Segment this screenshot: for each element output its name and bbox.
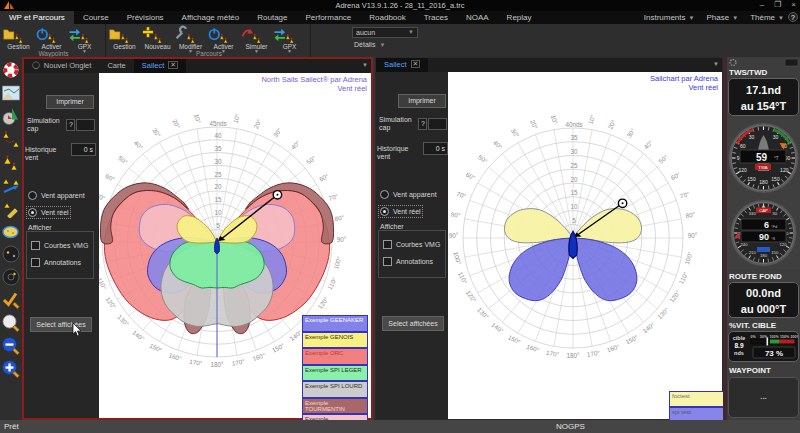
radio-vent-reel[interactable]: Vent réel: [380, 207, 421, 216]
ribbon-group-label: Parcours: [108, 50, 310, 57]
dark-dial-1-icon[interactable]: [1, 244, 21, 264]
menu-tab-routage[interactable]: Routage: [248, 11, 296, 24]
legend-item-exemple-spi-leger[interactable]: Exemple SPI LEGER: [302, 365, 368, 382]
ribbon-button-parcours-simuler[interactable]: Simuler▼: [240, 24, 273, 53]
menu-tab-roadbook[interactable]: Roadbook: [360, 11, 414, 24]
chevron-down-icon: ▼: [732, 15, 738, 21]
close-tab-icon[interactable]: ✕: [168, 61, 178, 69]
sponge-polar-icon[interactable]: [1, 221, 21, 241]
right-sail-chart[interactable]: 510152025303540nds10°10°20°20°30°30°40°4…: [448, 72, 722, 419]
menu-tab-affichage-m-t-o[interactable]: Affichage météo: [173, 11, 249, 24]
legend-item-exemple-orc[interactable]: Exemple ORC: [302, 348, 368, 365]
svg-text:10°: 10°: [550, 114, 560, 126]
panel-menu-caret-icon[interactable]: ▼: [362, 62, 368, 68]
menu-tab-performance[interactable]: Performance: [297, 11, 361, 24]
menu-tab-noaa[interactable]: NOAA: [457, 11, 498, 24]
circle-zoom-icon[interactable]: [1, 313, 21, 333]
menu-tab-traces[interactable]: Traces: [415, 11, 457, 24]
svg-text:10: 10: [214, 209, 222, 216]
minimize-button[interactable]: –: [760, 0, 764, 9]
svg-text:40: 40: [214, 132, 222, 139]
checkbox-courbes-vmg[interactable]: Courbes VMG: [31, 241, 88, 250]
svg-text:210: 210: [749, 250, 757, 255]
svg-text:60°: 60°: [465, 171, 477, 182]
simulation-cap-input[interactable]: [76, 119, 95, 131]
close-tab-icon[interactable]: ✕: [411, 60, 421, 68]
close-button[interactable]: ×: [791, 0, 796, 9]
circle-icon: ◯: [32, 61, 40, 69]
ribbon-button-waypoints-gpx[interactable]: GPX▼: [68, 24, 101, 53]
legend-item-exemple-geenaker[interactable]: Exemple GEENAKER: [302, 315, 368, 332]
checkbox-icon: [383, 257, 392, 266]
right-sailect-panel: Sailect✕▼ ImprimerSimulation cap?Histori…: [375, 57, 723, 420]
check-zoom-icon[interactable]: [1, 290, 21, 310]
waypoint-red-arrow-icon[interactable]: [1, 129, 21, 149]
titlebar: Adrena V13.9.1.26 - 28_11_2016_a.trc – ❐…: [0, 0, 800, 11]
details-dropdown[interactable]: Détails▼: [354, 41, 385, 48]
waypoint-pair-icon[interactable]: [1, 152, 21, 172]
menu-phase[interactable]: Phase▼: [707, 13, 739, 22]
zoom-out-icon[interactable]: [1, 336, 21, 356]
menu-instruments[interactable]: Instruments▼: [644, 13, 695, 22]
svg-text:40°: 40°: [492, 139, 504, 151]
zoom-in-icon[interactable]: [1, 359, 21, 379]
tab-carte[interactable]: Carte: [99, 59, 133, 73]
tab-sailect[interactable]: Sailect✕: [376, 58, 428, 72]
svg-text:20: 20: [570, 176, 578, 183]
checkbox-courbes-vmg[interactable]: Courbes VMG: [383, 240, 440, 249]
checkbox-annotations[interactable]: Annotations: [383, 257, 433, 266]
print-button[interactable]: Imprimer: [46, 95, 94, 109]
radio-vent-apparent[interactable]: Vent apparent: [28, 191, 85, 200]
panel-menu-caret-icon[interactable]: ▼: [713, 61, 719, 67]
menu-tab-replay[interactable]: Replay: [498, 11, 541, 24]
waypoint-blue-arrow-icon[interactable]: [1, 175, 21, 195]
ribbon-button-parcours-modifier[interactable]: Modifier▼: [174, 24, 207, 53]
waypoint-pen-icon[interactable]: [1, 198, 21, 218]
tab-sailect[interactable]: Sailect✕: [134, 59, 186, 73]
compass-sail-icon[interactable]: [1, 106, 21, 126]
ribbon-button-parcours-gpx[interactable]: GPX▼: [273, 24, 306, 53]
maximize-button[interactable]: ❐: [774, 0, 781, 9]
svg-text:120°: 120°: [668, 289, 682, 304]
menu-tabs: WP et ParcoursCoursePrévisionsAffichage …: [0, 11, 541, 24]
checkbox-annotations[interactable]: Annotations: [31, 258, 81, 267]
chevron-down-icon: ▼: [778, 15, 784, 21]
svg-text:170°: 170°: [189, 358, 203, 367]
ribbon-toolbar: aucun▼ Détails▼ GestionActiverGPX▼Waypoi…: [0, 24, 800, 58]
waypoint-panel: ...: [728, 377, 799, 418]
sim-icon: [240, 25, 264, 44]
dark-dial-2-icon[interactable]: [1, 267, 21, 287]
menu-tab-pr-visions[interactable]: Prévisions: [118, 11, 173, 24]
simulation-help[interactable]: ?: [418, 118, 427, 130]
ribbon-button-waypoints-activer[interactable]: Activer: [35, 24, 68, 53]
simulation-help[interactable]: ?: [66, 119, 75, 131]
legend-item-exemple-spi-lourd[interactable]: Exemple SPI LOURD: [302, 381, 368, 398]
legend-item-exemple-genois[interactable]: Exemple GENOIS: [302, 332, 368, 349]
ribbon-button-waypoints-gestion[interactable]: Gestion: [2, 24, 35, 53]
history-wind-input[interactable]: 0 s: [71, 143, 96, 156]
select-displayed-button[interactable]: Select affichées: [30, 317, 92, 332]
select-displayed-button[interactable]: Select affichées: [382, 316, 444, 331]
radio-vent-apparent[interactable]: Vent apparent: [380, 190, 437, 199]
legend-item-exemple-tourmentin[interactable]: Exemple TOURMENTIN: [302, 398, 368, 415]
ribbon-button-parcours-nouveau[interactable]: Nouveau: [141, 24, 174, 53]
legend-item-foctest[interactable]: foctest: [669, 391, 729, 407]
history-wind-input[interactable]: 0 s: [423, 142, 448, 155]
left-sail-chart[interactable]: 51015202530354045nds10°10°20°20°30°30°40…: [99, 73, 371, 418]
print-button[interactable]: Imprimer: [398, 94, 446, 108]
radio-vent-reel[interactable]: Vent réel: [28, 208, 69, 217]
lifebuoy-icon[interactable]: [1, 60, 21, 80]
menu-th-me[interactable]: Thème▼: [750, 13, 784, 22]
ribbon-button-parcours-activer[interactable]: Activer▼: [207, 24, 240, 53]
gpx-icon: [68, 25, 92, 44]
course-select[interactable]: aucun▼: [352, 27, 418, 38]
help-button[interactable]: ?: [788, 12, 798, 22]
svg-text:150: 150: [747, 176, 756, 182]
simulation-cap-input[interactable]: [428, 118, 447, 130]
map-chart-icon[interactable]: [1, 83, 21, 103]
svg-text:°S: °S: [771, 236, 776, 241]
menu-tab-course[interactable]: Course: [74, 11, 118, 24]
ribbon-button-parcours-gestion[interactable]: Gestion: [108, 24, 141, 53]
menu-tab-wp-et-parcours[interactable]: WP et Parcours: [0, 11, 74, 24]
tab-nouvel-onglet[interactable]: ◯Nouvel Onglet: [24, 59, 99, 73]
